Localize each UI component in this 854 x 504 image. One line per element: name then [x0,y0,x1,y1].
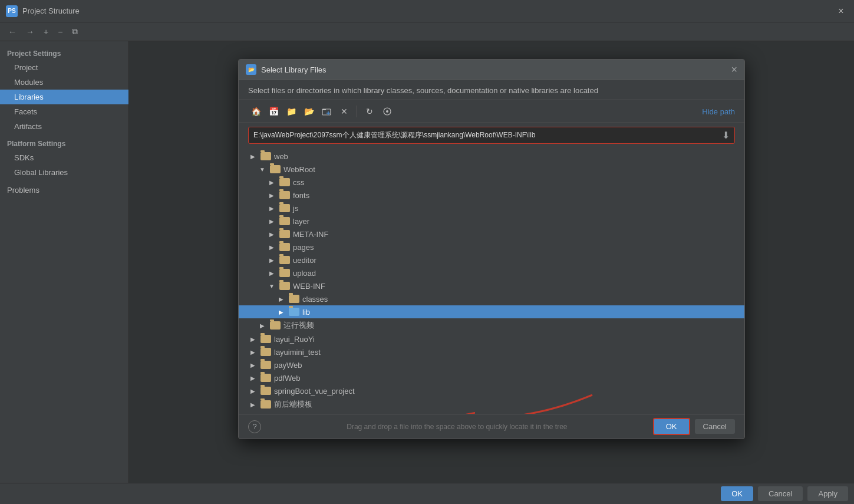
folder-icon-layuimini-test [261,348,271,356]
cancel-button[interactable]: Cancel [758,486,803,501]
back-button[interactable]: ← [5,26,20,38]
tree-item-fonts[interactable]: ▶ fonts [239,189,744,202]
svg-point-5 [386,110,388,113]
tree-item-webroot[interactable]: ▼ WebRoot [239,163,744,176]
dialog-title-bar: 📂 Select Library Files × [239,60,744,80]
tree-toggle-css[interactable]: ▶ [267,177,276,187]
tree-toggle-qianhoumban[interactable]: ▶ [248,400,258,409]
sidebar-item-global-libraries[interactable]: Global Libraries [0,165,128,180]
download-button[interactable]: ⬇ [722,130,730,141]
tree-item-pdfweb[interactable]: ▶ pdfWeb [239,371,744,384]
app-icon: PS [6,5,18,17]
dialog-ok-button[interactable]: OK [653,418,690,435]
folder-icon-css [279,178,290,186]
add-button[interactable]: + [40,26,52,38]
tree-item-layui-ruoyi[interactable]: ▶ layui_RuoYi [239,332,744,345]
dialog-description: Select files or directories in which lib… [239,80,744,100]
dialog-toolbar: 🏠 📅 📁 📂 ✕ ↻ [239,100,744,123]
path-text: E:\javaWebProject\2097ssm个人健康管理系统\源程序\ss… [253,130,717,140]
tree-toggle-webroot[interactable]: ▼ [258,164,267,174]
sidebar-item-facets[interactable]: Facets [0,104,128,119]
tree-item-classes[interactable]: ▶ classes [239,292,744,305]
sidebar-item-project[interactable]: Project [0,60,128,75]
path-bar: E:\javaWebProject\2097ssm个人健康管理系统\源程序\ss… [248,127,735,144]
tree-toggle-web[interactable]: ▶ [248,151,258,161]
tree-item-payweb[interactable]: ▶ payWeb [239,358,744,371]
refresh-button[interactable]: ↻ [362,104,377,119]
tree-toggle-lib[interactable]: ▶ [276,307,286,317]
title-bar: PS Project Structure × [0,0,854,22]
tree-item-meta-inf[interactable]: ▶ META-INF [239,228,744,241]
window-close-button[interactable]: × [834,4,848,18]
tree-toggle-web-inf[interactable]: ▼ [267,281,276,291]
tree-toggle-pages[interactable]: ▶ [267,242,276,252]
tree-toggle-classes[interactable]: ▶ [276,294,286,304]
content-area: No 📂 Select Library Files × Select files… [129,41,854,483]
sidebar-item-problems[interactable]: Problems [0,180,128,197]
folder-icon-payweb [261,361,271,369]
folder-icon-js [279,204,290,212]
tree-item-css[interactable]: ▶ css [239,176,744,189]
folder-icon-ueditor [279,256,290,264]
calendar-button[interactable]: 📅 [266,104,281,119]
folder-icon-upload [279,269,290,277]
folder-icon-meta-inf [279,230,290,238]
tree-toggle-layer[interactable]: ▶ [267,216,276,226]
apply-button[interactable]: Apply [807,486,848,501]
dialog-cancel-button[interactable]: Cancel [695,419,735,434]
tree-item-springboot-vue[interactable]: ▶ springBoot_vue_project [239,384,744,397]
tree-toggle-upload[interactable]: ▶ [267,268,276,278]
svg-rect-1 [322,109,326,110]
tree-toggle-js[interactable]: ▶ [267,203,276,213]
help-button[interactable]: ? [248,420,261,433]
tree-item-lib[interactable]: ▶ lib [239,305,744,318]
tree-item-layer[interactable]: ▶ layer [239,215,744,228]
nav-bar: ← → + − ⧉ [0,22,854,41]
dialog-title: Select Library Files [261,65,731,74]
home-button[interactable]: 🏠 [248,104,263,119]
tree-toggle-meta-inf[interactable]: ▶ [267,229,276,239]
sidebar-item-sdks[interactable]: SDKs [0,150,128,165]
new-folder-button[interactable] [319,104,334,119]
tree-item-web-inf[interactable]: ▼ WEB-INF [239,279,744,292]
tree-toggle-ueditor[interactable]: ▶ [267,255,276,265]
sidebar-item-artifacts[interactable]: Artifacts [0,119,128,134]
dialog-overlay: 📂 Select Library Files × Select files or… [129,41,854,483]
tree-toggle-pdfweb[interactable]: ▶ [248,373,258,383]
sidebar-item-libraries[interactable]: Libraries [0,90,128,104]
tree-item-js[interactable]: ▶ js [239,202,744,215]
tree-toggle-layuimini-test[interactable]: ▶ [248,347,258,357]
delete-button[interactable]: ✕ [337,104,352,119]
tree-item-pages[interactable]: ▶ pages [239,241,744,253]
tree-item-web[interactable]: ▶ web [239,150,744,163]
folder-icon-springboot-vue [261,387,271,395]
tree-item-ueditor[interactable]: ▶ ueditor [239,253,744,266]
tree-toggle-fonts[interactable]: ▶ [267,190,276,200]
tree-item-qianhoumban[interactable]: ▶ 前后端模板 [239,397,744,411]
sidebar-item-modules[interactable]: Modules [0,75,128,90]
tree-toggle-layui-ruoyi[interactable]: ▶ [248,334,258,344]
dialog-close-button[interactable]: × [731,64,737,75]
tree-toggle-yunxingshipin[interactable]: ▶ [258,321,267,330]
tree-item-layuimini-test[interactable]: ▶ layuimini_test [239,345,744,358]
folder-icon-fonts [279,191,290,199]
share-button[interactable] [380,104,395,119]
tree-toggle-payweb[interactable]: ▶ [248,360,258,370]
tree-item-yunxingshipin[interactable]: ▶ 运行视频 [239,318,744,332]
tree-toggle-springboot-vue[interactable]: ▶ [248,386,258,396]
folder-icon-classes [289,295,299,303]
file-tree[interactable]: ▶ web ▼ WebRoot ▶ css [239,147,744,414]
folder-icon-web [261,152,271,160]
folder-button[interactable]: 📁 [283,104,299,119]
folder-up-button[interactable]: 📂 [301,104,316,119]
folder-icon-layer [279,217,290,225]
tree-item-upload[interactable]: ▶ upload [239,266,744,279]
hide-path-button[interactable]: Hide path [702,107,735,116]
ok-button[interactable]: OK [721,486,753,501]
folder-icon-qianhoumban [261,400,271,409]
remove-button[interactable]: − [54,26,66,38]
forward-button[interactable]: → [22,26,38,38]
copy-button[interactable]: ⧉ [68,25,81,38]
sidebar: Project Settings Project Modules Librari… [0,41,129,483]
folder-icon-lib [289,308,299,316]
